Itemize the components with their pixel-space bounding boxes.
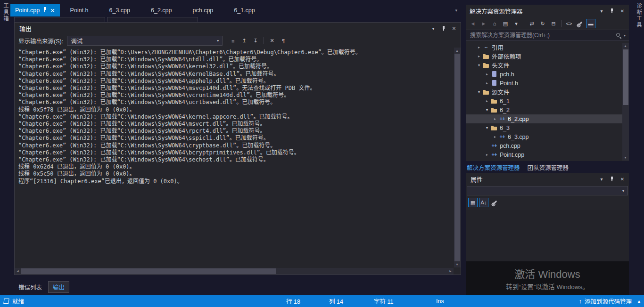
- team-explorer-tab[interactable]: 团队资源管理器: [528, 163, 569, 172]
- tree-item-6-3-cpp[interactable]: ▸++6_3.cpp: [466, 132, 622, 141]
- document-well-overflow-icon[interactable]: [455, 8, 462, 13]
- tab-label: 6_2.cpp: [151, 7, 172, 14]
- add-to-source-control-button[interactable]: 添加到源代码管理: [579, 295, 632, 307]
- window-position-icon[interactable]: [429, 24, 438, 33]
- tree-item-references[interactable]: ▸▪▪引用: [466, 43, 622, 52]
- close-icon[interactable]: [618, 175, 627, 184]
- error-list-tab[interactable]: 错误列表: [14, 282, 46, 292]
- tree-item-6-3[interactable]: ▾6_3: [466, 123, 622, 132]
- forward-icon[interactable]: ►: [479, 19, 488, 28]
- output-horizontal-scrollbar[interactable]: [15, 268, 454, 275]
- expander-icon[interactable]: ▾: [484, 108, 490, 112]
- expander-icon[interactable]: ▾: [476, 63, 482, 67]
- expander-icon[interactable]: ▸: [492, 117, 498, 121]
- refresh-icon[interactable]: ↻: [538, 19, 547, 28]
- pin-icon[interactable]: [439, 24, 448, 33]
- autohide-tab-toolbox[interactable]: 工具箱: [2, 3, 9, 22]
- solution-explorer-toolbar: ◄►⌂▤▾⇄↻⊟<>▬: [466, 17, 629, 30]
- tab-6-3-cpp[interactable]: 6_3.cpp: [99, 4, 140, 16]
- autohide-tab-diagnostics[interactable]: 诊断工具: [635, 3, 643, 28]
- scroll-right-icon[interactable]: [447, 268, 454, 274]
- find-message-icon[interactable]: ≡: [228, 36, 238, 46]
- next-message-icon[interactable]: ↧: [251, 36, 260, 46]
- tree-item-6-2[interactable]: ▾6_2: [466, 105, 622, 114]
- views-dropdown-icon[interactable]: ▾: [512, 19, 521, 28]
- word-wrap-icon[interactable]: ¶: [279, 36, 288, 46]
- search-options-icon[interactable]: [624, 33, 626, 38]
- close-icon[interactable]: [449, 24, 459, 33]
- output-text[interactable]: “Chapter6.exe” (Win32): 已加载“D:\Users\ZHO…: [15, 48, 454, 267]
- home-icon[interactable]: ⌂: [490, 19, 499, 28]
- window-position-icon[interactable]: [597, 7, 606, 16]
- editor-member-dropdown[interactable]: [107, 17, 198, 22]
- solution-explorer-scrollbar[interactable]: [622, 43, 629, 161]
- scroll-thumb[interactable]: [623, 49, 628, 105]
- expander-icon[interactable]: ▸: [492, 135, 498, 139]
- scroll-left-icon[interactable]: [15, 268, 21, 274]
- expander-icon[interactable]: ▾: [476, 90, 482, 94]
- expander-icon[interactable]: ▸: [484, 99, 490, 103]
- tab-6-1-cpp[interactable]: 6_1.cpp: [223, 4, 265, 16]
- scroll-down-icon[interactable]: [454, 261, 460, 267]
- tree-item-point-h[interactable]: ▸Point.h: [466, 79, 622, 88]
- categorized-icon[interactable]: ▦: [468, 198, 478, 207]
- scroll-thumb[interactable]: [454, 54, 460, 261]
- window-position-icon[interactable]: [597, 175, 606, 184]
- output-vertical-scrollbar[interactable]: [454, 48, 461, 267]
- expander-icon[interactable]: ▸: [484, 81, 490, 85]
- view-code-icon[interactable]: <>: [564, 19, 574, 28]
- back-icon[interactable]: ◄: [468, 19, 478, 28]
- scroll-up-icon[interactable]: [454, 48, 460, 54]
- output-header-icons: [429, 24, 459, 33]
- alphabetical-icon[interactable]: A↓: [479, 198, 488, 207]
- tab-point-cpp[interactable]: Point.cpp: [10, 4, 60, 16]
- tab-6-2-cpp[interactable]: 6_2.cpp: [140, 4, 182, 16]
- expander-icon[interactable]: ▸: [484, 153, 490, 157]
- tree-item-6-1[interactable]: ▸6_1: [466, 97, 622, 105]
- properties-toolbar: ▦A↓: [466, 196, 629, 209]
- expander-icon[interactable]: ▾: [484, 126, 490, 130]
- tree-item-point-cpp[interactable]: ▸++Point.cpp: [466, 150, 622, 159]
- tree-item-external-dependencies[interactable]: ▸外部依赖项: [466, 52, 622, 61]
- preview-selected-icon[interactable]: ▬: [586, 19, 595, 28]
- pin-icon[interactable]: [607, 175, 617, 184]
- pin-icon[interactable]: [607, 7, 617, 16]
- output-source-dropdown[interactable]: 调试: [67, 36, 223, 46]
- solution-explorer-tab[interactable]: 解决方案资源管理器: [467, 163, 520, 172]
- scroll-down-icon[interactable]: [622, 154, 628, 161]
- tree-item-header-files[interactable]: ▾头文件: [466, 61, 622, 70]
- scroll-up-icon[interactable]: [622, 43, 628, 49]
- search-input[interactable]: [469, 32, 613, 39]
- properties-icon[interactable]: [575, 19, 585, 28]
- collapse-all-icon[interactable]: ⊟: [549, 19, 558, 28]
- expander-icon[interactable]: ▸: [484, 72, 490, 76]
- tab-pch-cpp[interactable]: pch.cpp: [182, 4, 224, 16]
- properties-object-dropdown[interactable]: [467, 186, 628, 195]
- search-icon[interactable]: [616, 32, 621, 38]
- tree-item-pch-cpp[interactable]: ++pch.cpp: [466, 141, 622, 150]
- tab-point-h[interactable]: Point.h: [60, 4, 99, 16]
- pin-icon[interactable]: [43, 7, 47, 14]
- property-pages-icon[interactable]: [490, 198, 499, 207]
- previous-message-icon[interactable]: ↥: [239, 36, 249, 46]
- tree-item-pch-h[interactable]: ▸pch.h: [466, 70, 622, 79]
- clear-all-icon[interactable]: ✕: [267, 36, 277, 46]
- status-expand-icon[interactable]: [637, 295, 641, 307]
- close-icon[interactable]: [50, 7, 55, 14]
- output-line: “Chapter6.exe” (Win32): 已加载“C:\Windows\S…: [18, 63, 454, 70]
- tree-item-label: 6_2.cpp: [508, 116, 528, 122]
- expander-icon[interactable]: ▸: [476, 45, 482, 49]
- output-line: “Chapter6.exe” (Win32): 已加载“C:\Windows\S…: [18, 156, 454, 163]
- tree-item-6-2-cpp[interactable]: ▸++6_2.cpp: [466, 114, 622, 123]
- tree-item-source-files[interactable]: ▾源文件: [466, 88, 622, 97]
- scroll-thumb[interactable]: [21, 268, 276, 274]
- editor-scope-dropdown[interactable]: [14, 17, 105, 22]
- output-tab[interactable]: 输出: [48, 281, 69, 293]
- close-icon[interactable]: [618, 7, 627, 16]
- references-icon: ▪▪: [482, 44, 490, 51]
- sync-with-active-document-icon[interactable]: ⇄: [527, 19, 537, 28]
- switch-views-icon[interactable]: ▤: [501, 19, 510, 28]
- properties-header: 属性: [466, 173, 629, 185]
- solution-explorer-title: 解决方案资源管理器: [470, 7, 523, 16]
- expander-icon[interactable]: ▸: [476, 54, 482, 58]
